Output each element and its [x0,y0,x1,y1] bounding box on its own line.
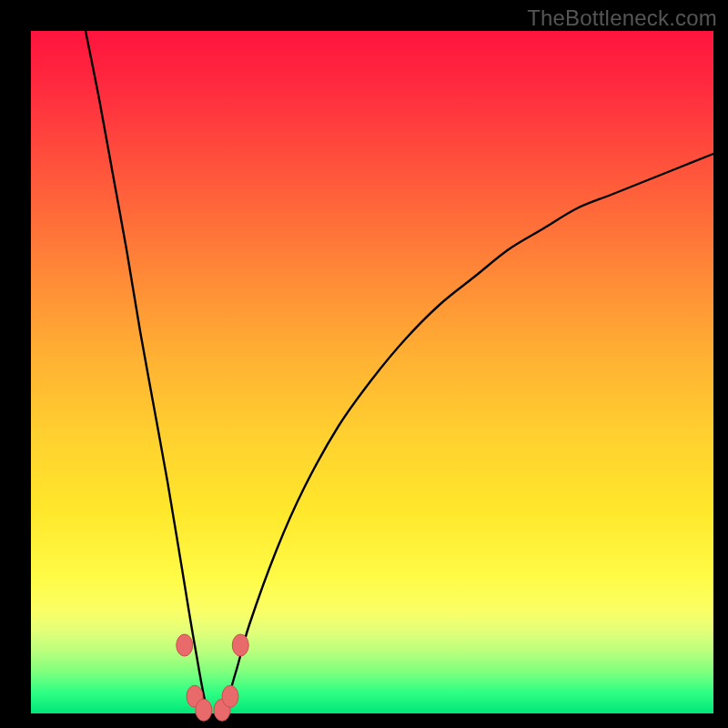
curve-marker [232,634,248,656]
chart-frame: TheBottleneck.com [0,0,728,728]
marker-group [177,634,249,721]
watermark-text: TheBottleneck.com [527,5,717,31]
curve-layer [31,31,713,713]
curve-marker [196,699,212,721]
bottleneck-curve [86,31,713,721]
plot-area [31,31,713,713]
curve-marker [222,685,238,707]
curve-marker [177,634,193,656]
